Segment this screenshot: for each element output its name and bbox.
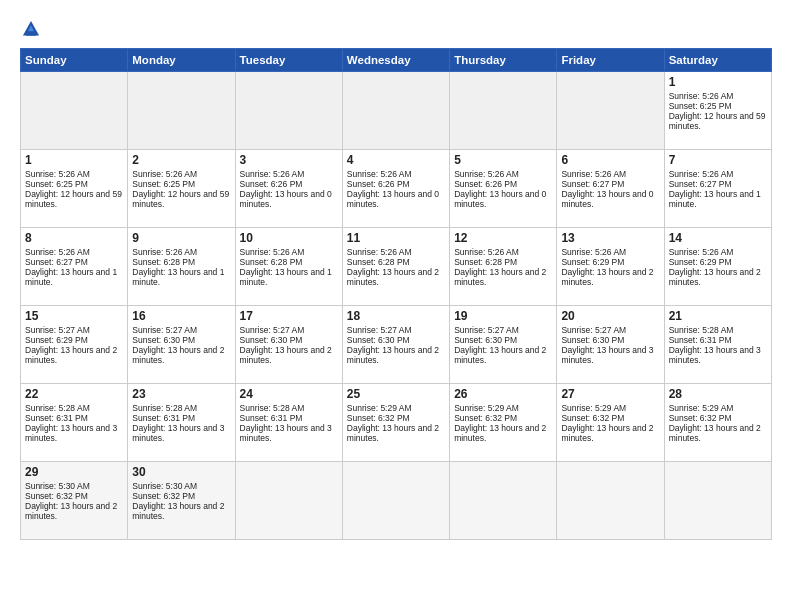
calendar-cell — [450, 72, 557, 150]
calendar-cell — [450, 462, 557, 540]
calendar-cell: 25Sunrise: 5:29 AMSunset: 6:32 PMDayligh… — [342, 384, 449, 462]
day-number: 28 — [669, 387, 767, 401]
calendar-cell — [128, 72, 235, 150]
sunset: Sunset: 6:28 PM — [132, 257, 230, 267]
calendar-cell: 11Sunrise: 5:26 AMSunset: 6:28 PMDayligh… — [342, 228, 449, 306]
daylight: Daylight: 13 hours and 3 minutes. — [561, 345, 659, 365]
calendar-cell: 3Sunrise: 5:26 AMSunset: 6:26 PMDaylight… — [235, 150, 342, 228]
day-number: 5 — [454, 153, 552, 167]
calendar-cell: 21Sunrise: 5:28 AMSunset: 6:31 PMDayligh… — [664, 306, 771, 384]
header-day: Sunday — [21, 49, 128, 72]
day-number: 21 — [669, 309, 767, 323]
day-number: 2 — [132, 153, 230, 167]
daylight: Daylight: 13 hours and 2 minutes. — [347, 345, 445, 365]
calendar-body: 1Sunrise: 5:26 AMSunset: 6:25 PMDaylight… — [21, 72, 772, 540]
sunset: Sunset: 6:30 PM — [347, 335, 445, 345]
daylight: Daylight: 13 hours and 2 minutes. — [454, 345, 552, 365]
logo — [20, 18, 46, 40]
sunrise: Sunrise: 5:29 AM — [454, 403, 552, 413]
calendar-cell: 13Sunrise: 5:26 AMSunset: 6:29 PMDayligh… — [557, 228, 664, 306]
daylight: Daylight: 13 hours and 2 minutes. — [561, 267, 659, 287]
calendar-cell — [557, 72, 664, 150]
sunset: Sunset: 6:25 PM — [132, 179, 230, 189]
day-number: 19 — [454, 309, 552, 323]
calendar-cell: 23Sunrise: 5:28 AMSunset: 6:31 PMDayligh… — [128, 384, 235, 462]
calendar-cell: 8Sunrise: 5:26 AMSunset: 6:27 PMDaylight… — [21, 228, 128, 306]
sunrise: Sunrise: 5:26 AM — [454, 169, 552, 179]
sunrise: Sunrise: 5:26 AM — [561, 247, 659, 257]
sunset: Sunset: 6:26 PM — [347, 179, 445, 189]
day-number: 11 — [347, 231, 445, 245]
sunset: Sunset: 6:25 PM — [25, 179, 123, 189]
calendar-week-row: 22Sunrise: 5:28 AMSunset: 6:31 PMDayligh… — [21, 384, 772, 462]
sunrise: Sunrise: 5:26 AM — [240, 247, 338, 257]
calendar-cell — [664, 462, 771, 540]
daylight: Daylight: 13 hours and 1 minute. — [132, 267, 230, 287]
calendar-cell — [235, 72, 342, 150]
daylight: Daylight: 13 hours and 2 minutes. — [454, 423, 552, 443]
calendar-cell — [557, 462, 664, 540]
day-number: 26 — [454, 387, 552, 401]
calendar-table: SundayMondayTuesdayWednesdayThursdayFrid… — [20, 48, 772, 540]
day-number: 23 — [132, 387, 230, 401]
sunrise: Sunrise: 5:30 AM — [25, 481, 123, 491]
daylight: Daylight: 13 hours and 2 minutes. — [347, 423, 445, 443]
calendar-cell: 20Sunrise: 5:27 AMSunset: 6:30 PMDayligh… — [557, 306, 664, 384]
sunrise: Sunrise: 5:26 AM — [347, 247, 445, 257]
sunset: Sunset: 6:26 PM — [454, 179, 552, 189]
day-number: 6 — [561, 153, 659, 167]
day-number: 12 — [454, 231, 552, 245]
day-number: 8 — [25, 231, 123, 245]
day-number: 13 — [561, 231, 659, 245]
sunrise: Sunrise: 5:26 AM — [561, 169, 659, 179]
day-number: 4 — [347, 153, 445, 167]
sunset: Sunset: 6:28 PM — [454, 257, 552, 267]
calendar-cell — [235, 462, 342, 540]
calendar-cell: 5Sunrise: 5:26 AMSunset: 6:26 PMDaylight… — [450, 150, 557, 228]
sunset: Sunset: 6:29 PM — [25, 335, 123, 345]
sunset: Sunset: 6:27 PM — [561, 179, 659, 189]
sunset: Sunset: 6:30 PM — [561, 335, 659, 345]
calendar-cell: 19Sunrise: 5:27 AMSunset: 6:30 PMDayligh… — [450, 306, 557, 384]
day-number: 30 — [132, 465, 230, 479]
header-row: SundayMondayTuesdayWednesdayThursdayFrid… — [21, 49, 772, 72]
sunrise: Sunrise: 5:27 AM — [240, 325, 338, 335]
sunset: Sunset: 6:31 PM — [132, 413, 230, 423]
day-number: 16 — [132, 309, 230, 323]
calendar-cell: 15Sunrise: 5:27 AMSunset: 6:29 PMDayligh… — [21, 306, 128, 384]
day-number: 9 — [132, 231, 230, 245]
calendar-cell: 29Sunrise: 5:30 AMSunset: 6:32 PMDayligh… — [21, 462, 128, 540]
sunset: Sunset: 6:32 PM — [132, 491, 230, 501]
daylight: Daylight: 13 hours and 0 minutes. — [561, 189, 659, 209]
sunrise: Sunrise: 5:29 AM — [561, 403, 659, 413]
sunrise: Sunrise: 5:26 AM — [454, 247, 552, 257]
daylight: Daylight: 13 hours and 1 minute. — [240, 267, 338, 287]
daylight: Daylight: 13 hours and 0 minutes. — [240, 189, 338, 209]
sunrise: Sunrise: 5:27 AM — [561, 325, 659, 335]
day-number: 24 — [240, 387, 338, 401]
sunset: Sunset: 6:32 PM — [454, 413, 552, 423]
calendar-cell: 12Sunrise: 5:26 AMSunset: 6:28 PMDayligh… — [450, 228, 557, 306]
sunset: Sunset: 6:28 PM — [240, 257, 338, 267]
sunrise: Sunrise: 5:29 AM — [347, 403, 445, 413]
day-number: 3 — [240, 153, 338, 167]
day-number: 17 — [240, 309, 338, 323]
sunset: Sunset: 6:32 PM — [347, 413, 445, 423]
sunset: Sunset: 6:26 PM — [240, 179, 338, 189]
header-day: Tuesday — [235, 49, 342, 72]
day-number: 22 — [25, 387, 123, 401]
sunset: Sunset: 6:29 PM — [561, 257, 659, 267]
sunrise: Sunrise: 5:26 AM — [669, 247, 767, 257]
daylight: Daylight: 13 hours and 3 minutes. — [25, 423, 123, 443]
calendar-cell: 27Sunrise: 5:29 AMSunset: 6:32 PMDayligh… — [557, 384, 664, 462]
sunrise: Sunrise: 5:26 AM — [25, 169, 123, 179]
calendar-cell: 30Sunrise: 5:30 AMSunset: 6:32 PMDayligh… — [128, 462, 235, 540]
calendar-cell: 17Sunrise: 5:27 AMSunset: 6:30 PMDayligh… — [235, 306, 342, 384]
header-day: Saturday — [664, 49, 771, 72]
sunrise: Sunrise: 5:27 AM — [347, 325, 445, 335]
header-day: Friday — [557, 49, 664, 72]
daylight: Daylight: 13 hours and 2 minutes. — [669, 267, 767, 287]
sunset: Sunset: 6:29 PM — [669, 257, 767, 267]
calendar-cell: 22Sunrise: 5:28 AMSunset: 6:31 PMDayligh… — [21, 384, 128, 462]
sunrise: Sunrise: 5:27 AM — [25, 325, 123, 335]
